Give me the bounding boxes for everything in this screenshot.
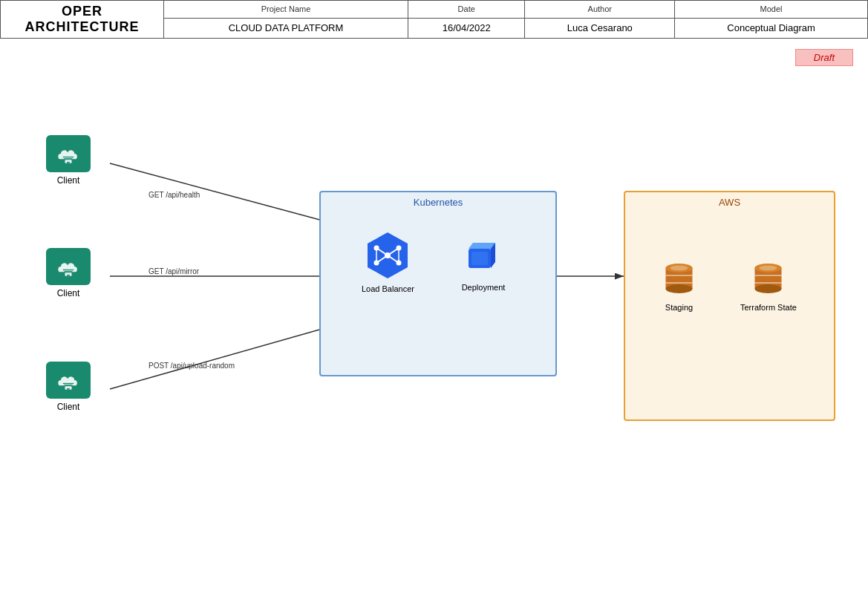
model-value: Conceptual Diagram [675,18,868,38]
architecture-title: OPER ARCHITECTURE [1,1,164,39]
kubernetes-box: Kubernetes Load Balancer [319,191,557,376]
load-balancer-component: Load Balancer [362,229,414,293]
staging-label: Staging [665,303,693,312]
svg-point-44 [670,266,688,271]
svg-rect-10 [67,162,70,163]
terraform-label: Terraform State [740,303,797,312]
svg-point-40 [666,284,693,293]
aws-title: AWS [625,192,834,209]
terraform-state-component: Terraform State [740,259,797,312]
arrow-label-1: GET /api/health [149,191,200,199]
project-name-label: Project Name [164,1,408,19]
client-2: Client [46,248,91,298]
svg-rect-37 [471,252,488,265]
deployment-component: Deployment [458,235,509,292]
svg-rect-20 [67,388,70,390]
svg-point-47 [755,284,782,293]
author-value: Luca Cesarano [525,18,675,38]
date-value: 16/04/2022 [408,18,525,38]
diagram-area: GET /api/health GET /api/mirror POST /ap… [0,46,868,581]
lb-label: Load Balancer [362,284,414,293]
svg-rect-15 [67,275,70,276]
project-name-value: CLOUD DATA PLATFORM [164,18,408,38]
svg-marker-35 [469,243,495,249]
arrow-label-3: POST /api/upload-random [149,362,235,370]
kubernetes-title: Kubernetes [321,192,555,209]
header-table: OPER ARCHITECTURE Project Name Date Auth… [0,0,868,39]
svg-point-51 [760,266,777,271]
model-label: Model [675,1,868,19]
client-3: Client [46,362,91,412]
staging-component: Staging [659,259,699,312]
aws-box: AWS Staging [624,191,835,421]
client-1: Client [46,135,91,186]
deployment-label: Deployment [462,283,506,292]
arrow-label-2: GET /api/mirror [149,267,199,275]
date-label: Date [408,1,525,19]
author-label: Author [525,1,675,19]
